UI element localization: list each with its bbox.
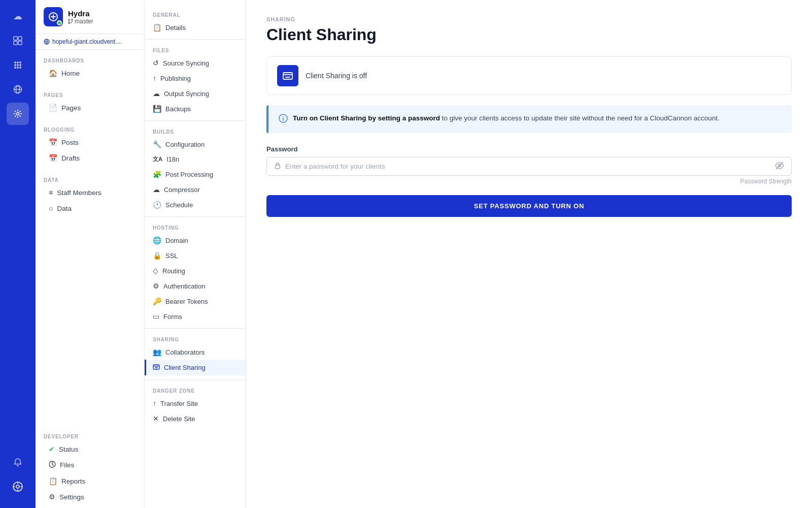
sidebar-item-pages[interactable]: 📄 Pages	[44, 100, 136, 115]
apps-icon[interactable]	[7, 54, 29, 76]
nav-item-bearer-tokens[interactable]: 🔑 Bearer Tokens	[145, 294, 246, 309]
nav-item-compressor[interactable]: ☁ Compressor	[145, 182, 246, 197]
sidebar-section-data: DATA ≡ Staff Members ○ Data	[36, 169, 144, 219]
breadcrumb: SHARING	[266, 16, 792, 22]
svg-point-30	[283, 116, 284, 117]
svg-rect-25	[153, 365, 159, 369]
svg-point-10	[14, 67, 16, 69]
settings-circle-icon[interactable]	[7, 475, 29, 498]
nav-item-schedule[interactable]: 🕐 Schedule	[145, 197, 246, 212]
status-card: Client Sharing is off	[266, 56, 792, 95]
info-box: Turn on Client Sharing by setting a pass…	[266, 105, 792, 133]
nav-label-files: FILES	[145, 44, 246, 55]
details-icon: 📋	[153, 23, 161, 31]
nav-item-ssl[interactable]: 🔒 SSL	[145, 248, 246, 263]
password-input[interactable]	[285, 157, 775, 175]
section-label-developer: DEVELOPER	[44, 434, 136, 439]
status-dot	[57, 20, 62, 25]
status-icon-box	[277, 65, 298, 86]
data-icon: ○	[49, 204, 53, 212]
nav-item-delete-site[interactable]: ✕ Delete Site	[145, 411, 246, 426]
svg-rect-31	[276, 165, 280, 169]
nav-label-general: GENERAL	[145, 8, 246, 20]
globe-icon[interactable]	[7, 78, 29, 101]
nav-item-backups[interactable]: 💾 Backups	[145, 101, 246, 116]
sidebar-item-drafts[interactable]: 📅 Drafts	[44, 150, 136, 166]
svg-point-18	[16, 485, 19, 488]
schedule-icon: 🕐	[153, 201, 161, 209]
sidebar-item-posts[interactable]: 📅 Posts	[44, 135, 136, 150]
toggle-password-icon[interactable]	[775, 161, 784, 172]
nav-item-source-syncing[interactable]: ↺ Source Syncing	[145, 55, 246, 71]
nav-item-client-sharing[interactable]: Client Sharing	[145, 360, 246, 375]
sidebar-item-status[interactable]: ✔ Status	[44, 441, 136, 457]
nav-item-transfer-site[interactable]: ↑ Transfer Site	[145, 396, 246, 411]
nav-label-danger: DANGER ZONE	[145, 384, 246, 396]
svg-rect-3	[18, 41, 22, 45]
main-content: SHARING Client Sharing Client Sharing is…	[246, 0, 812, 508]
nav-panel: GENERAL 📋 Details FILES ↺ Source Syncing…	[145, 0, 246, 508]
sidebar-header: Hydra master	[36, 0, 144, 34]
i18n-icon: 文A	[153, 155, 162, 163]
nav-item-collaborators[interactable]: 👥 Collaborators	[145, 344, 246, 360]
page-title: Client Sharing	[266, 25, 792, 44]
info-icon	[279, 114, 288, 125]
info-box-text: Turn on Client Sharing by setting a pass…	[293, 113, 720, 123]
section-label-blogging: BLOGGING	[44, 127, 136, 133]
delete-icon: ✕	[153, 415, 159, 423]
nav-item-post-processing[interactable]: 🧩 Post Processing	[145, 167, 246, 182]
gear-icon[interactable]	[7, 103, 29, 125]
sidebar-item-data[interactable]: ○ Data	[44, 201, 136, 216]
nav-label-builds: BUILDS	[145, 125, 246, 137]
nav-item-domain[interactable]: 🌐 Domain	[145, 233, 246, 248]
svg-line-33	[776, 162, 783, 169]
config-icon: 🔧	[153, 140, 161, 148]
sidebar-section-pages: PAGES 📄 Pages	[36, 84, 144, 119]
info-bold-text: Turn on Client Sharing by setting a pass…	[293, 114, 440, 122]
cloud-icon[interactable]: ☁	[7, 5, 29, 27]
sidebar-section-blogging: BLOGGING 📅 Posts 📅 Drafts	[36, 119, 144, 169]
layout-icon[interactable]	[7, 29, 29, 52]
routing-icon: ◇	[153, 267, 158, 275]
nav-item-authentication[interactable]: ⚙ Authentication	[145, 278, 246, 294]
drafts-icon: 📅	[49, 154, 57, 162]
svg-point-4	[14, 61, 16, 64]
bearer-icon: 🔑	[153, 297, 161, 305]
svg-point-5	[17, 61, 19, 64]
password-section: Password Password Strength SET PASSWORD …	[266, 145, 792, 217]
nav-item-configuration[interactable]: 🔧 Configuration	[145, 137, 246, 152]
set-password-button[interactable]: SET PASSWORD AND TURN ON	[266, 195, 792, 217]
password-input-wrap	[266, 157, 792, 176]
svg-rect-27	[283, 73, 292, 79]
status-text: Client Sharing is off	[306, 72, 367, 80]
nav-item-details[interactable]: 📋 Details	[145, 20, 246, 35]
sidebar-item-reports[interactable]: 📋 Reports	[44, 473, 136, 489]
sidebar-item-home[interactable]: 🏠 Home	[44, 66, 136, 81]
nav-section-files: FILES ↺ Source Syncing ↑ Publishing ☁ Ou…	[145, 44, 246, 116]
svg-point-21	[72, 19, 73, 20]
sidebar-item-settings[interactable]: ⚙ Settings	[44, 489, 136, 504]
nav-item-output-syncing[interactable]: ☁ Output Syncing	[145, 86, 246, 101]
status-icon: ✔	[49, 445, 55, 453]
site-url[interactable]: hopeful-giant.cloudvent....	[36, 34, 144, 50]
nav-item-publishing[interactable]: ↑ Publishing	[145, 71, 246, 86]
client-sharing-icon	[153, 363, 160, 372]
sidebar-item-files[interactable]: Files	[44, 457, 136, 473]
nav-item-i18n[interactable]: 文A I18n	[145, 152, 246, 167]
sidebar-item-staff[interactable]: ≡ Staff Members	[44, 185, 136, 200]
site-name: Hydra	[68, 9, 93, 18]
bell-icon[interactable]	[7, 451, 29, 473]
nav-section-builds: BUILDS 🔧 Configuration 文A I18n 🧩 Post Pr…	[145, 125, 246, 212]
svg-rect-26	[155, 367, 158, 368]
icon-rail: ☁	[0, 0, 36, 508]
publishing-icon: ↑	[153, 74, 156, 82]
svg-rect-2	[14, 41, 17, 45]
info-rest-text: to give your clients access to update th…	[440, 114, 720, 122]
auth-icon: ⚙	[153, 282, 159, 290]
domain-icon: 🌐	[153, 236, 161, 244]
section-label-pages: PAGES	[44, 92, 136, 98]
password-strength: Password Strength	[266, 178, 792, 185]
nav-item-forms[interactable]: ▭ Forms	[145, 309, 246, 324]
home-icon: 🏠	[49, 69, 57, 77]
nav-item-routing[interactable]: ◇ Routing	[145, 263, 246, 278]
